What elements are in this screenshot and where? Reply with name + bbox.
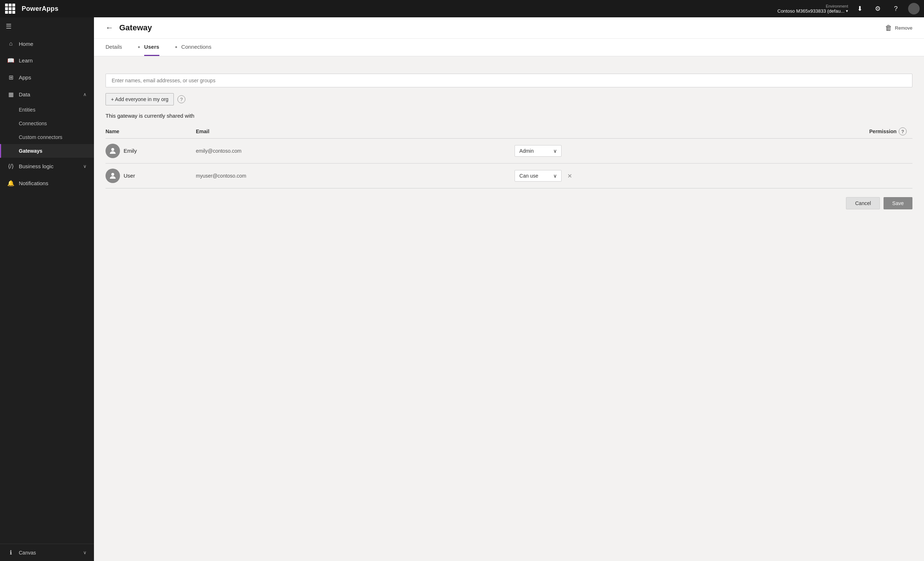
sidebar-item-gateways[interactable]: Gateways bbox=[0, 144, 94, 158]
sidebar-label-data: Data bbox=[19, 91, 30, 97]
footer-actions: Cancel Save bbox=[105, 197, 912, 209]
sidebar-item-learn[interactable]: 📖 Learn bbox=[0, 52, 94, 69]
learn-icon: 📖 bbox=[7, 57, 15, 64]
tab-users[interactable]: Users bbox=[144, 39, 159, 56]
sidebar-item-data[interactable]: ▦ Data ∧ bbox=[0, 86, 94, 103]
user-permission-cell: Admin ∨ ✕ bbox=[514, 139, 912, 163]
sidebar-label-notifications: Notifications bbox=[19, 180, 48, 186]
svg-point-1 bbox=[111, 173, 114, 176]
remove-label: Remove bbox=[895, 25, 912, 31]
permission-value: Can use bbox=[519, 173, 538, 179]
environment-selector[interactable]: Environment Contoso M365x933833 (defau..… bbox=[777, 4, 848, 14]
user-email-cell: myuser@contoso.com bbox=[196, 163, 514, 188]
sidebar-label-business-logic: Business logic bbox=[19, 163, 54, 169]
sidebar: ☰ ⌂ Home 📖 Learn ⊞ Apps ▦ Data ∧ Entitie… bbox=[0, 17, 94, 561]
user-table: Name Email Permission ? bbox=[105, 124, 912, 188]
data-icon: ▦ bbox=[7, 91, 15, 98]
user-email: emily@contoso.com bbox=[196, 148, 242, 154]
user-name: Emily bbox=[124, 148, 137, 154]
user-name-cell: User bbox=[124, 163, 196, 188]
settings-icon[interactable]: ⚙ bbox=[872, 3, 884, 15]
sidebar-item-custom-connectors[interactable]: Custom connectors bbox=[0, 130, 94, 144]
main-content: ← Gateway 🗑 Remove Details Users Connect… bbox=[94, 17, 924, 561]
add-org-row: + Add everyone in my org ? bbox=[105, 93, 912, 105]
env-label: Environment bbox=[826, 4, 848, 8]
sidebar-item-notifications[interactable]: 🔔 Notifications bbox=[0, 175, 94, 192]
permission-dropdown[interactable]: Can use ∨ bbox=[514, 170, 561, 182]
svg-point-0 bbox=[111, 148, 114, 151]
permission-value: Admin bbox=[519, 148, 534, 154]
remove-button[interactable]: 🗑 Remove bbox=[885, 24, 912, 32]
apps-icon: ⊞ bbox=[7, 74, 15, 81]
data-chevron-icon: ∧ bbox=[83, 92, 87, 97]
user-name-cell: Emily bbox=[124, 139, 196, 163]
sidebar-label-learn: Learn bbox=[19, 57, 33, 64]
sidebar-label-gateways: Gateways bbox=[19, 148, 42, 154]
sidebar-label-entities: Entities bbox=[19, 107, 35, 113]
canvas-icon: ℹ bbox=[7, 549, 15, 556]
env-name: Contoso M365x933833 (defau... ▾ bbox=[777, 8, 848, 14]
dropdown-chevron-icon: ∨ bbox=[553, 173, 557, 179]
help-icon-circle[interactable]: ? bbox=[177, 95, 185, 103]
topbar-icons: ⬇ ⚙ ? bbox=[854, 3, 920, 15]
user-permission-row: Can use ∨ ✕ bbox=[514, 170, 909, 182]
canvas-chevron-icon: ∨ bbox=[83, 550, 87, 555]
back-button[interactable]: ← bbox=[105, 23, 114, 33]
sidebar-item-connections[interactable]: Connections bbox=[0, 117, 94, 130]
user-email-cell: emily@contoso.com bbox=[196, 139, 514, 163]
business-logic-chevron-icon: ∨ bbox=[83, 163, 87, 169]
content-body: + Add everyone in my org ? This gateway … bbox=[94, 56, 924, 561]
tabs-bar: Details Users Connections bbox=[94, 39, 924, 56]
sidebar-label-apps: Apps bbox=[19, 74, 31, 81]
sidebar-item-home[interactable]: ⌂ Home bbox=[0, 35, 94, 52]
users-panel: + Add everyone in my org ? This gateway … bbox=[105, 65, 912, 218]
tab-details[interactable]: Details bbox=[105, 39, 122, 56]
permission-help-icon[interactable]: ? bbox=[899, 127, 907, 135]
remove-user-button[interactable]: ✕ bbox=[564, 171, 574, 181]
add-everyone-label: + Add everyone in my org bbox=[111, 96, 168, 102]
sidebar-label-canvas: Canvas bbox=[19, 550, 36, 556]
dropdown-chevron-icon: ∨ bbox=[553, 148, 557, 154]
user-permission-row: Admin ∨ ✕ bbox=[514, 145, 909, 157]
th-name: Name bbox=[105, 124, 196, 139]
save-button[interactable]: Save bbox=[884, 197, 912, 209]
user-name: User bbox=[124, 172, 135, 179]
help-icon[interactable]: ? bbox=[890, 3, 902, 15]
cancel-button[interactable]: Cancel bbox=[846, 197, 880, 209]
th-permission: Permission ? bbox=[514, 124, 912, 139]
sidebar-item-business-logic[interactable]: ⟨/⟩ Business logic ∨ bbox=[0, 158, 94, 175]
table-row: Emily emily@contoso.com Admin ∨ ✕ bbox=[105, 139, 912, 163]
user-avatar-cell bbox=[105, 139, 124, 163]
add-everyone-button[interactable]: + Add everyone in my org bbox=[105, 93, 174, 105]
notifications-icon: 🔔 bbox=[7, 180, 15, 187]
avatar[interactable] bbox=[908, 3, 920, 15]
page-title: Gateway bbox=[119, 23, 152, 33]
user-email: myuser@contoso.com bbox=[196, 173, 246, 179]
trash-icon: 🗑 bbox=[885, 24, 892, 32]
home-icon: ⌂ bbox=[7, 40, 15, 47]
topbar: PowerApps Environment Contoso M365x93383… bbox=[0, 0, 924, 17]
user-avatar bbox=[105, 144, 120, 158]
business-logic-icon: ⟨/⟩ bbox=[7, 163, 15, 170]
shared-with-text: This gateway is currently shared with bbox=[105, 113, 912, 119]
search-input[interactable] bbox=[105, 74, 912, 87]
sidebar-item-canvas[interactable]: ℹ Canvas ∨ bbox=[0, 544, 94, 561]
download-icon[interactable]: ⬇ bbox=[854, 3, 866, 15]
th-email: Email bbox=[196, 124, 514, 139]
tab-connections[interactable]: Connections bbox=[182, 39, 212, 56]
sidebar-item-apps[interactable]: ⊞ Apps bbox=[0, 69, 94, 86]
main-layout: ☰ ⌂ Home 📖 Learn ⊞ Apps ▦ Data ∧ Entitie… bbox=[0, 17, 924, 561]
user-permission-cell: Can use ∨ ✕ bbox=[514, 163, 912, 188]
sidebar-label-custom-connectors: Custom connectors bbox=[19, 134, 63, 140]
env-chevron-icon: ▾ bbox=[846, 9, 848, 13]
user-avatar-cell bbox=[105, 163, 124, 188]
tab-separator-2 bbox=[175, 46, 177, 48]
content-header: ← Gateway 🗑 Remove bbox=[94, 17, 924, 39]
permission-dropdown[interactable]: Admin ∨ bbox=[514, 145, 561, 157]
sidebar-toggle[interactable]: ☰ bbox=[0, 17, 94, 35]
app-brand: PowerApps bbox=[19, 5, 58, 13]
sidebar-label-connections: Connections bbox=[19, 121, 47, 126]
search-input-wrap bbox=[105, 74, 912, 87]
waffle-icon[interactable] bbox=[4, 3, 16, 15]
sidebar-item-entities[interactable]: Entities bbox=[0, 103, 94, 117]
